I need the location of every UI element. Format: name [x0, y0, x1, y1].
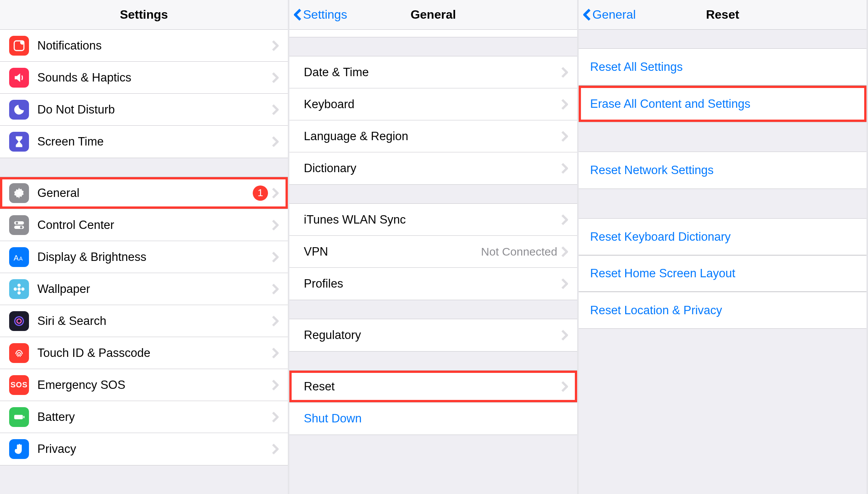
navbar-settings: Settings	[0, 0, 288, 30]
panel-reset: General Reset Reset All Settings Erase A…	[579, 0, 868, 494]
cell-vpn[interactable]: VPN Not Connected	[289, 236, 577, 268]
back-label: Settings	[303, 8, 347, 22]
cell-language-region[interactable]: Language & Region	[289, 120, 577, 152]
cell-label: Date & Time	[304, 66, 561, 79]
svg-point-14	[15, 317, 24, 325]
back-button[interactable]: General	[583, 8, 636, 22]
gear-icon	[9, 183, 29, 203]
chevron-right-icon	[561, 329, 568, 341]
cell-notifications[interactable]: Notifications	[0, 30, 288, 62]
group-gap	[289, 300, 577, 319]
navbar-title: General	[411, 8, 456, 22]
chevron-right-icon	[272, 347, 279, 359]
panel-general: Settings General Date & Time Keyboard La…	[289, 0, 579, 494]
cell-label: Privacy	[37, 442, 272, 456]
toggles-icon	[9, 215, 29, 235]
cell-label: Screen Time	[37, 135, 272, 149]
cell-profiles[interactable]: Profiles	[289, 268, 577, 300]
cell-touchid[interactable]: Touch ID & Passcode	[0, 337, 288, 369]
cell-reset-home[interactable]: Reset Home Screen Layout	[579, 255, 866, 292]
chevron-right-icon	[272, 136, 279, 147]
general-scroll[interactable]: Date & Time Keyboard Language & Region D…	[289, 30, 577, 494]
svg-rect-16	[14, 415, 23, 419]
cell-display[interactable]: AA Display & Brightness	[0, 241, 288, 273]
cell-erase-all-content[interactable]: Erase All Content and Settings	[579, 85, 866, 122]
siri-icon	[9, 311, 29, 331]
fingerprint-icon	[9, 343, 29, 363]
group-gap	[289, 185, 577, 204]
svg-text:A: A	[14, 253, 19, 262]
cell-label: Battery	[37, 410, 272, 424]
cell-label: Regulatory	[304, 328, 561, 342]
group-gap	[579, 30, 866, 49]
truncated-row[interactable]	[289, 30, 577, 37]
cell-label: Control Center	[37, 218, 272, 232]
back-button[interactable]: Settings	[294, 8, 347, 22]
general-group-regulatory: Regulatory	[289, 319, 577, 352]
flower-icon	[9, 279, 29, 299]
bottom-spacer	[579, 329, 866, 494]
svg-rect-4	[14, 225, 24, 229]
chevron-right-icon	[272, 40, 279, 51]
moon-icon	[9, 100, 29, 120]
cell-sos[interactable]: SOS Emergency SOS	[0, 369, 288, 401]
cell-label: Reset Keyboard Dictionary	[590, 230, 857, 244]
settings-group-2: General 1 Control Center AA Display & Br…	[0, 177, 288, 465]
badge-count: 1	[253, 185, 268, 201]
group-gap	[0, 158, 288, 177]
svg-rect-17	[23, 416, 24, 418]
back-label: General	[592, 8, 636, 22]
navbar-title: Reset	[706, 8, 739, 22]
settings-scroll[interactable]: Notifications Sounds & Haptics Do Not Di…	[0, 30, 288, 494]
general-group-sync: iTunes WLAN Sync VPN Not Connected Profi…	[289, 203, 577, 300]
cell-wallpaper[interactable]: Wallpaper	[0, 273, 288, 305]
cell-sounds[interactable]: Sounds & Haptics	[0, 62, 288, 94]
cell-control-center[interactable]: Control Center	[0, 209, 288, 241]
cell-screentime[interactable]: Screen Time	[0, 126, 288, 158]
cell-label: Erase All Content and Settings	[590, 97, 857, 111]
navbar-general: Settings General	[289, 0, 577, 30]
svg-point-10	[18, 283, 21, 287]
cell-reset-all-settings[interactable]: Reset All Settings	[579, 49, 866, 85]
reset-group-2: Reset Network Settings	[579, 152, 866, 189]
cell-label: Siri & Search	[37, 314, 272, 328]
cell-reset-keyboard[interactable]: Reset Keyboard Dictionary	[579, 219, 866, 255]
cell-privacy[interactable]: Privacy	[0, 433, 288, 465]
cell-reset[interactable]: Reset	[289, 371, 577, 403]
cell-dnd[interactable]: Do Not Disturb	[0, 94, 288, 126]
cell-dictionary[interactable]: Dictionary	[289, 152, 577, 184]
cell-label: General	[37, 186, 253, 200]
cell-keyboard[interactable]: Keyboard	[289, 88, 577, 120]
chevron-right-icon	[272, 251, 279, 263]
cell-label: VPN	[304, 245, 481, 259]
svg-point-11	[18, 291, 21, 294]
chevron-right-icon	[272, 411, 279, 423]
sos-icon: SOS	[9, 375, 29, 395]
cell-reset-network[interactable]: Reset Network Settings	[579, 152, 866, 189]
reset-group-3: Reset Keyboard Dictionary Reset Home Scr…	[579, 218, 866, 329]
chevron-right-icon	[272, 219, 279, 231]
cell-reset-location[interactable]: Reset Location & Privacy	[579, 292, 866, 328]
cell-regulatory[interactable]: Regulatory	[289, 319, 577, 351]
cell-label: Dictionary	[304, 161, 561, 175]
general-truncated-row	[289, 30, 577, 37]
cell-label: Reset	[304, 380, 561, 393]
chevron-right-icon	[561, 30, 568, 39]
hourglass-icon	[9, 132, 29, 152]
battery-icon	[9, 407, 29, 427]
chevron-right-icon	[272, 315, 279, 327]
chevron-right-icon	[561, 163, 568, 174]
cell-siri[interactable]: Siri & Search	[0, 305, 288, 337]
cell-battery[interactable]: Battery	[0, 401, 288, 433]
chevron-right-icon	[561, 99, 568, 110]
cell-shutdown[interactable]: Shut Down	[289, 403, 577, 435]
cell-label: Emergency SOS	[37, 378, 272, 392]
chevron-right-icon	[561, 131, 568, 142]
reset-scroll[interactable]: Reset All Settings Erase All Content and…	[579, 30, 866, 494]
cell-general[interactable]: General 1	[0, 177, 288, 209]
svg-point-13	[21, 287, 25, 291]
cell-itunes-wlan-sync[interactable]: iTunes WLAN Sync	[289, 204, 577, 236]
cell-label: Notifications	[37, 39, 272, 53]
cell-datetime[interactable]: Date & Time	[289, 56, 577, 88]
group-gap	[579, 189, 866, 219]
